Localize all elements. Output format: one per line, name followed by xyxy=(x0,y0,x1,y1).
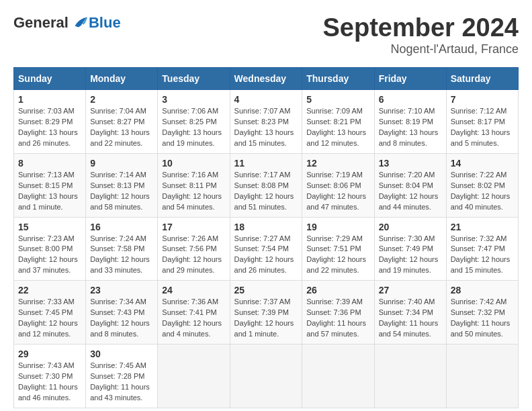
logo-general-text: General xyxy=(13,14,69,32)
day-info: Sunrise: 7:43 AMSunset: 7:30 PMDaylight:… xyxy=(18,361,78,402)
day-number: 17 xyxy=(162,222,225,232)
calendar-cell: 20 Sunrise: 7:30 AMSunset: 7:49 PMDaylig… xyxy=(374,217,446,281)
day-number: 14 xyxy=(451,158,514,169)
calendar-week-row: 8 Sunrise: 7:13 AMSunset: 8:15 PMDayligh… xyxy=(14,153,519,217)
calendar-week-row: 22 Sunrise: 7:33 AMSunset: 7:45 PMDaylig… xyxy=(14,281,519,345)
calendar-header-row: SundayMondayTuesdayWednesdayThursdayFrid… xyxy=(14,68,519,90)
month-year-title: September 2024 xyxy=(323,13,519,42)
day-info: Sunrise: 7:33 AMSunset: 7:45 PMDaylight:… xyxy=(18,298,78,338)
calendar-cell: 3 Sunrise: 7:06 AMSunset: 8:25 PMDayligh… xyxy=(158,90,230,154)
calendar-table: SundayMondayTuesdayWednesdayThursdayFrid… xyxy=(13,67,519,408)
day-info: Sunrise: 7:36 AMSunset: 7:41 PMDaylight:… xyxy=(162,298,222,338)
calendar-day-header: Tuesday xyxy=(158,68,230,90)
day-number: 26 xyxy=(306,285,369,295)
day-info: Sunrise: 7:37 AMSunset: 7:39 PMDaylight:… xyxy=(234,298,294,338)
day-info: Sunrise: 7:42 AMSunset: 7:32 PMDaylight:… xyxy=(451,298,511,338)
calendar-cell: 22 Sunrise: 7:33 AMSunset: 7:45 PMDaylig… xyxy=(14,281,86,345)
calendar-cell: 25 Sunrise: 7:37 AMSunset: 7:39 PMDaylig… xyxy=(230,281,302,345)
day-number: 19 xyxy=(306,222,369,232)
calendar-cell: 7 Sunrise: 7:12 AMSunset: 8:17 PMDayligh… xyxy=(446,90,518,154)
calendar-cell: 6 Sunrise: 7:10 AMSunset: 8:19 PMDayligh… xyxy=(374,90,446,154)
logo-bird-icon xyxy=(70,13,89,32)
calendar-cell: 12 Sunrise: 7:19 AMSunset: 8:06 PMDaylig… xyxy=(302,153,374,217)
day-info: Sunrise: 7:40 AMSunset: 7:34 PMDaylight:… xyxy=(379,298,439,338)
day-number: 29 xyxy=(18,349,81,359)
calendar-cell: 8 Sunrise: 7:13 AMSunset: 8:15 PMDayligh… xyxy=(14,153,86,217)
day-number: 3 xyxy=(162,94,225,105)
day-info: Sunrise: 7:20 AMSunset: 8:04 PMDaylight:… xyxy=(379,171,439,211)
calendar-day-header: Thursday xyxy=(302,68,374,90)
day-info: Sunrise: 7:27 AMSunset: 7:54 PMDaylight:… xyxy=(234,234,294,275)
calendar-cell: 2 Sunrise: 7:04 AMSunset: 8:27 PMDayligh… xyxy=(86,90,158,154)
day-info: Sunrise: 7:07 AMSunset: 8:23 PMDaylight:… xyxy=(234,107,294,147)
calendar-cell: 5 Sunrise: 7:09 AMSunset: 8:21 PMDayligh… xyxy=(302,90,374,154)
day-info: Sunrise: 7:16 AMSunset: 8:11 PMDaylight:… xyxy=(162,171,222,211)
day-number: 25 xyxy=(234,285,298,295)
calendar-cell: 21 Sunrise: 7:32 AMSunset: 7:47 PMDaylig… xyxy=(446,217,518,281)
day-info: Sunrise: 7:45 AMSunset: 7:28 PMDaylight:… xyxy=(90,361,150,402)
calendar-day-header: Wednesday xyxy=(230,68,302,90)
day-number: 5 xyxy=(306,94,369,105)
location-subtitle: Nogent-l'Artaud, France xyxy=(323,42,519,56)
calendar-cell: 16 Sunrise: 7:24 AMSunset: 7:58 PMDaylig… xyxy=(86,217,158,281)
day-info: Sunrise: 7:32 AMSunset: 7:47 PMDaylight:… xyxy=(451,234,511,275)
calendar-cell: 4 Sunrise: 7:07 AMSunset: 8:23 PMDayligh… xyxy=(230,90,302,154)
day-info: Sunrise: 7:06 AMSunset: 8:25 PMDaylight:… xyxy=(162,107,222,147)
calendar-cell: 19 Sunrise: 7:29 AMSunset: 7:51 PMDaylig… xyxy=(302,217,374,281)
day-number: 2 xyxy=(90,94,153,105)
day-info: Sunrise: 7:23 AMSunset: 8:00 PMDaylight:… xyxy=(18,234,78,275)
day-number: 9 xyxy=(90,158,153,169)
logo-blue-text: Blue xyxy=(89,14,121,32)
day-info: Sunrise: 7:26 AMSunset: 7:56 PMDaylight:… xyxy=(162,234,222,275)
day-info: Sunrise: 7:34 AMSunset: 7:43 PMDaylight:… xyxy=(90,298,150,338)
calendar-cell xyxy=(374,345,446,408)
calendar-cell: 26 Sunrise: 7:39 AMSunset: 7:36 PMDaylig… xyxy=(302,281,374,345)
calendar-cell: 14 Sunrise: 7:22 AMSunset: 8:02 PMDaylig… xyxy=(446,153,518,217)
day-info: Sunrise: 7:12 AMSunset: 8:17 PMDaylight:… xyxy=(451,107,511,147)
calendar-week-row: 15 Sunrise: 7:23 AMSunset: 8:00 PMDaylig… xyxy=(14,217,519,281)
calendar-cell: 27 Sunrise: 7:40 AMSunset: 7:34 PMDaylig… xyxy=(374,281,446,345)
day-number: 13 xyxy=(379,158,442,169)
day-number: 10 xyxy=(162,158,225,169)
day-info: Sunrise: 7:19 AMSunset: 8:06 PMDaylight:… xyxy=(306,171,366,211)
calendar-day-header: Friday xyxy=(374,68,446,90)
calendar-cell: 9 Sunrise: 7:14 AMSunset: 8:13 PMDayligh… xyxy=(86,153,158,217)
day-number: 16 xyxy=(90,222,153,232)
day-number: 8 xyxy=(18,158,81,169)
title-section: September 2024 Nogent-l'Artaud, France xyxy=(323,13,519,56)
calendar-cell: 23 Sunrise: 7:34 AMSunset: 7:43 PMDaylig… xyxy=(86,281,158,345)
day-number: 12 xyxy=(306,158,369,169)
day-info: Sunrise: 7:30 AMSunset: 7:49 PMDaylight:… xyxy=(379,234,439,275)
calendar-week-row: 1 Sunrise: 7:03 AMSunset: 8:29 PMDayligh… xyxy=(14,90,519,154)
day-number: 27 xyxy=(379,285,442,295)
day-info: Sunrise: 7:24 AMSunset: 7:58 PMDaylight:… xyxy=(90,234,150,275)
day-number: 28 xyxy=(451,285,514,295)
calendar-week-row: 29 Sunrise: 7:43 AMSunset: 7:30 PMDaylig… xyxy=(14,345,519,408)
calendar-cell: 17 Sunrise: 7:26 AMSunset: 7:56 PMDaylig… xyxy=(158,217,230,281)
day-info: Sunrise: 7:29 AMSunset: 7:51 PMDaylight:… xyxy=(306,234,366,275)
calendar-cell: 30 Sunrise: 7:45 AMSunset: 7:28 PMDaylig… xyxy=(86,345,158,408)
day-info: Sunrise: 7:10 AMSunset: 8:19 PMDaylight:… xyxy=(379,107,439,147)
day-number: 18 xyxy=(234,222,298,232)
day-number: 1 xyxy=(18,94,81,105)
day-number: 23 xyxy=(90,285,153,295)
calendar-cell: 11 Sunrise: 7:17 AMSunset: 8:08 PMDaylig… xyxy=(230,153,302,217)
calendar-cell: 24 Sunrise: 7:36 AMSunset: 7:41 PMDaylig… xyxy=(158,281,230,345)
calendar-cell: 10 Sunrise: 7:16 AMSunset: 8:11 PMDaylig… xyxy=(158,153,230,217)
day-number: 6 xyxy=(379,94,442,105)
calendar-day-header: Sunday xyxy=(14,68,86,90)
calendar-cell: 29 Sunrise: 7:43 AMSunset: 7:30 PMDaylig… xyxy=(14,345,86,408)
calendar-day-header: Monday xyxy=(86,68,158,90)
day-number: 4 xyxy=(234,94,298,105)
day-number: 22 xyxy=(18,285,81,295)
calendar-cell xyxy=(230,345,302,408)
day-info: Sunrise: 7:13 AMSunset: 8:15 PMDaylight:… xyxy=(18,171,78,211)
day-number: 20 xyxy=(379,222,442,232)
day-info: Sunrise: 7:22 AMSunset: 8:02 PMDaylight:… xyxy=(451,171,511,211)
calendar-cell xyxy=(446,345,518,408)
day-info: Sunrise: 7:39 AMSunset: 7:36 PMDaylight:… xyxy=(306,298,366,338)
logo: General Blue xyxy=(13,13,121,32)
calendar-cell: 13 Sunrise: 7:20 AMSunset: 8:04 PMDaylig… xyxy=(374,153,446,217)
day-info: Sunrise: 7:09 AMSunset: 8:21 PMDaylight:… xyxy=(306,107,366,147)
calendar-cell xyxy=(302,345,374,408)
